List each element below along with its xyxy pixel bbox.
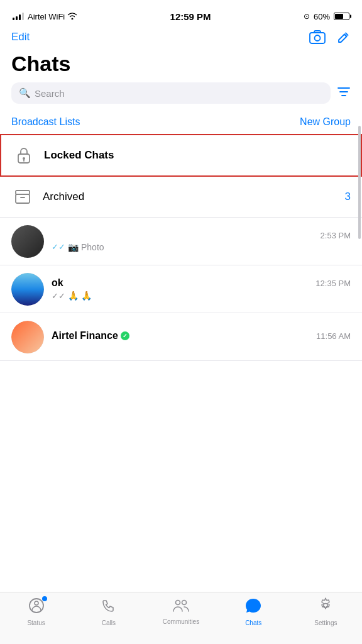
carrier-label: Airtel WiFi (28, 12, 65, 21)
nav-icons (309, 30, 351, 44)
avatar (11, 321, 44, 353)
status-icon-wrapper (28, 597, 45, 618)
compose-button[interactable] (337, 30, 351, 44)
signal-bar-2 (16, 16, 18, 20)
lock-icon (13, 144, 35, 167)
search-icon: 🔍 (19, 87, 31, 99)
wifi-icon (67, 12, 77, 21)
communities-tab-label: Communities (163, 618, 199, 625)
page-title: Chats (0, 49, 362, 82)
signal-bar-1 (13, 18, 14, 20)
calls-tab-label: Calls (102, 619, 116, 626)
chat-preview: ✓✓ 🙏 🙏 (52, 291, 351, 301)
chat-top-row: ok 12:35 PM (52, 277, 351, 289)
quick-actions: Broadcast Lists New Group (0, 113, 362, 134)
archived-row[interactable]: Archived 3 (0, 177, 362, 218)
battery-icon (334, 13, 349, 20)
settings-icon (317, 597, 334, 618)
double-tick-icon: ✓✓ (52, 242, 65, 252)
status-bar: Airtel WiFi 12:59 PM ⊙ 60% (0, 0, 362, 28)
svg-point-12 (35, 601, 38, 605)
signal-bar-3 (19, 14, 21, 20)
search-bar[interactable]: 🔍 Search (11, 82, 331, 104)
verified-badge: ✓ (121, 331, 129, 340)
chat-content: ok 12:35 PM ✓✓ 🙏 🙏 (52, 277, 351, 301)
status-icon (28, 600, 45, 617)
svg-point-15 (324, 604, 328, 608)
new-group-button[interactable]: New Group (300, 116, 351, 128)
tab-bar: Status Calls Communities Chats (0, 592, 362, 644)
calls-icon (101, 597, 117, 618)
avatar-image (11, 225, 44, 258)
battery-fill (335, 14, 343, 19)
archive-icon (11, 186, 34, 208)
tab-communities[interactable]: Communities (145, 597, 217, 625)
chat-content: 2:53 PM ✓✓ 📷 Photo (52, 231, 351, 252)
chats-icon (244, 597, 262, 618)
chat-time: 12:35 PM (315, 279, 351, 288)
avatar (11, 273, 44, 306)
tab-chats[interactable]: Chats (217, 597, 290, 626)
locked-chats-label: Locked Chats (44, 149, 114, 162)
scroll-indicator (358, 126, 361, 239)
svg-point-13 (176, 601, 180, 605)
battery-percent: 60% (314, 12, 330, 21)
signal-bar-4 (22, 13, 24, 20)
chat-content: Airtel Finance ✓ 11:56 AM (52, 330, 351, 343)
svg-rect-9 (16, 191, 30, 194)
double-tick-grey-icon: ✓✓ (52, 291, 65, 301)
chat-name: Airtel Finance ✓ (52, 330, 129, 341)
svg-point-1 (315, 35, 321, 41)
tab-settings[interactable]: Settings (290, 597, 362, 626)
preview-text: Photo (81, 242, 104, 252)
screen-record-icon: ⊙ (304, 12, 310, 21)
status-dot (42, 596, 47, 601)
status-right: ⊙ 60% (304, 12, 349, 21)
signal-bars (13, 13, 24, 20)
chat-top-row: 2:53 PM (52, 231, 351, 240)
status-left: Airtel WiFi (13, 12, 77, 21)
status-time: 12:59 PM (170, 11, 211, 22)
edit-button[interactable]: Edit (11, 31, 30, 43)
chat-name: ok (52, 277, 63, 289)
archived-count: 3 (345, 191, 351, 203)
nav-header: Edit (0, 28, 362, 49)
chat-item[interactable]: 2:53 PM ✓✓ 📷 Photo (0, 218, 362, 265)
chat-list: 2:53 PM ✓✓ 📷 Photo ok 12:35 PM ✓✓ 🙏 🙏 (0, 218, 362, 361)
status-tab-label: Status (27, 619, 45, 626)
camera-preview-icon: 📷 (68, 242, 79, 252)
search-container: 🔍 Search (0, 82, 362, 113)
avatar-image (11, 321, 44, 353)
chat-item[interactable]: Airtel Finance ✓ 11:56 AM (0, 313, 362, 361)
communities-icon (172, 597, 190, 616)
filter-icon[interactable] (337, 86, 351, 101)
avatar (11, 225, 44, 258)
chat-item[interactable]: ok 12:35 PM ✓✓ 🙏 🙏 (0, 265, 362, 313)
locked-chats-row[interactable]: Locked Chats (0, 134, 362, 177)
settings-tab-label: Settings (314, 619, 337, 626)
chat-time: 2:53 PM (321, 231, 351, 240)
camera-button[interactable] (309, 30, 326, 44)
svg-rect-0 (310, 33, 325, 43)
tab-calls[interactable]: Calls (72, 597, 145, 626)
broadcast-lists-button[interactable]: Broadcast Lists (11, 116, 80, 128)
svg-point-14 (182, 601, 187, 605)
chat-top-row: Airtel Finance ✓ 11:56 AM (52, 330, 351, 341)
chat-preview: ✓✓ 📷 Photo (52, 242, 351, 252)
tab-status[interactable]: Status (0, 597, 72, 626)
archived-label: Archived (43, 191, 336, 203)
chat-time: 11:56 AM (316, 331, 351, 341)
search-placeholder: Search (35, 88, 65, 99)
svg-rect-8 (16, 194, 30, 203)
battery-container (334, 13, 349, 20)
preview-text: 🙏 🙏 (68, 291, 92, 301)
avatar-image (11, 273, 44, 306)
chats-tab-label: Chats (245, 619, 261, 626)
